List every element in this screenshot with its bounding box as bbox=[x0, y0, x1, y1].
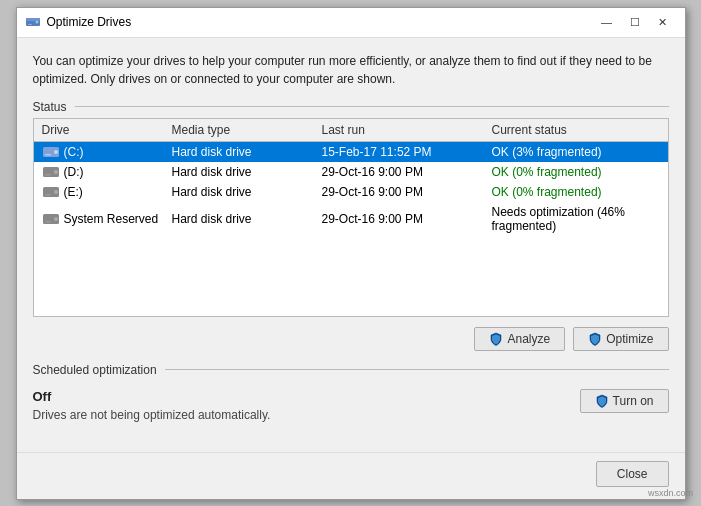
hdd-icon bbox=[42, 145, 60, 159]
titlebar-controls: — ☐ ✕ bbox=[593, 12, 677, 32]
col-status: Current status bbox=[492, 123, 660, 137]
drive-name: (E:) bbox=[64, 185, 83, 199]
media-type-cell: Hard disk drive bbox=[172, 145, 322, 159]
drive-name: (D:) bbox=[64, 165, 84, 179]
svg-point-8 bbox=[54, 170, 58, 174]
svg-rect-15 bbox=[45, 221, 51, 223]
table-row[interactable]: (D:)Hard disk drive29-Oct-16 9:00 PMOK (… bbox=[34, 162, 668, 182]
hdd-icon bbox=[42, 185, 60, 199]
main-window: Optimize Drives — ☐ ✕ You can optimize y… bbox=[16, 7, 686, 500]
col-media-type: Media type bbox=[172, 123, 322, 137]
hdd-icon bbox=[42, 212, 60, 226]
table-row[interactable]: (E:)Hard disk drive29-Oct-16 9:00 PMOK (… bbox=[34, 182, 668, 202]
scheduled-section-label: Scheduled optimization bbox=[33, 363, 669, 377]
status-cell: OK (3% fragmented) bbox=[492, 145, 660, 159]
scheduled-section: Scheduled optimization Off Drives are no… bbox=[33, 363, 669, 426]
svg-rect-6 bbox=[45, 154, 51, 156]
analyze-button[interactable]: Analyze bbox=[474, 327, 565, 351]
scheduled-info: Off Drives are not being optimized autom… bbox=[33, 389, 271, 422]
media-type-cell: Hard disk drive bbox=[172, 165, 322, 179]
table-row[interactable]: (C:)Hard disk drive15-Feb-17 11:52 PMOK … bbox=[34, 142, 668, 162]
hdd-icon bbox=[42, 165, 60, 179]
col-drive: Drive bbox=[42, 123, 172, 137]
svg-point-2 bbox=[35, 21, 38, 24]
main-content: You can optimize your drives to help you… bbox=[17, 38, 685, 452]
turn-on-button[interactable]: Turn on bbox=[580, 389, 669, 413]
optimize-button[interactable]: Optimize bbox=[573, 327, 668, 351]
drive-cell: (E:) bbox=[42, 185, 172, 199]
table-header: Drive Media type Last run Current status bbox=[34, 119, 668, 142]
svg-rect-1 bbox=[26, 18, 40, 21]
drive-cell: (C:) bbox=[42, 145, 172, 159]
svg-rect-9 bbox=[45, 174, 51, 176]
col-last-run: Last run bbox=[322, 123, 492, 137]
drive-name: (C:) bbox=[64, 145, 84, 159]
svg-point-5 bbox=[54, 150, 58, 154]
svg-rect-3 bbox=[28, 24, 32, 25]
last-run-cell: 29-Oct-16 9:00 PM bbox=[322, 185, 492, 199]
shield-icon-analyze bbox=[489, 332, 503, 346]
window-title: Optimize Drives bbox=[47, 15, 132, 29]
status-cell: OK (0% fragmented) bbox=[492, 165, 660, 179]
svg-rect-12 bbox=[45, 194, 51, 196]
last-run-cell: 29-Oct-16 9:00 PM bbox=[322, 212, 492, 226]
titlebar-left: Optimize Drives bbox=[25, 14, 132, 30]
shield-icon-turnon bbox=[595, 394, 609, 408]
scheduled-status: Off bbox=[33, 389, 271, 404]
minimize-button[interactable]: — bbox=[593, 12, 621, 32]
last-run-cell: 15-Feb-17 11:52 PM bbox=[322, 145, 492, 159]
titlebar: Optimize Drives — ☐ ✕ bbox=[17, 8, 685, 38]
window-icon bbox=[25, 14, 41, 30]
drive-cell: System Reserved bbox=[42, 212, 172, 226]
media-type-cell: Hard disk drive bbox=[172, 185, 322, 199]
description-text: You can optimize your drives to help you… bbox=[33, 52, 669, 88]
drives-table: Drive Media type Last run Current status… bbox=[33, 118, 669, 317]
window-close-button[interactable]: ✕ bbox=[649, 12, 677, 32]
svg-point-11 bbox=[54, 190, 58, 194]
status-cell: Needs optimization (46% fragmented) bbox=[492, 205, 660, 233]
action-buttons: Analyze Optimize bbox=[33, 327, 669, 351]
table-row[interactable]: System ReservedHard disk drive29-Oct-16 … bbox=[34, 202, 668, 236]
close-button[interactable]: Close bbox=[596, 461, 669, 487]
scheduled-row: Off Drives are not being optimized autom… bbox=[33, 381, 669, 426]
status-section-label: Status bbox=[33, 100, 669, 114]
svg-point-14 bbox=[54, 217, 58, 221]
drive-cell: (D:) bbox=[42, 165, 172, 179]
drive-name: System Reserved bbox=[64, 212, 159, 226]
footer: Close bbox=[17, 452, 685, 499]
status-cell: OK (0% fragmented) bbox=[492, 185, 660, 199]
table-empty-area bbox=[34, 236, 668, 316]
restore-button[interactable]: ☐ bbox=[621, 12, 649, 32]
shield-icon-optimize bbox=[588, 332, 602, 346]
scheduled-description: Drives are not being optimized automatic… bbox=[33, 408, 271, 422]
media-type-cell: Hard disk drive bbox=[172, 212, 322, 226]
last-run-cell: 29-Oct-16 9:00 PM bbox=[322, 165, 492, 179]
table-body: (C:)Hard disk drive15-Feb-17 11:52 PMOK … bbox=[34, 142, 668, 236]
